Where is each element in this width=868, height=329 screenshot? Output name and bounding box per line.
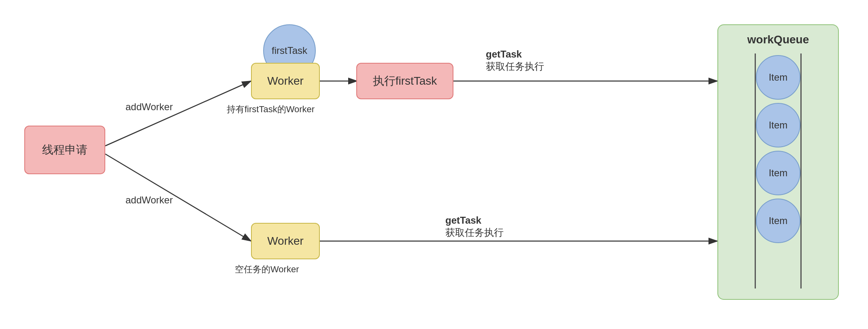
get-task-label-lower: getTask 获取任务执行 (445, 215, 504, 239)
empty-task-label: 空任务的Worker (235, 263, 299, 276)
queue-item-1: Item (756, 55, 800, 100)
vline-right (800, 53, 802, 288)
add-worker-label-lower: addWorker (126, 194, 173, 206)
diagram-container: 线程申请 addWorker addWorker firstTask Worke… (0, 0, 868, 329)
queue-item-2: Item (756, 103, 800, 147)
thread-request-box: 线程申请 (24, 126, 105, 174)
get-task-label-upper: getTask 获取任务执行 (486, 49, 544, 73)
worker2-box: Worker (251, 223, 320, 259)
work-queue-label: workQueue (747, 33, 809, 46)
queue-item-3: Item (756, 151, 800, 195)
execute-first-task-box: 执行firstTask (356, 63, 453, 99)
hold-first-task-label: 持有firstTask的Worker (227, 103, 315, 115)
work-queue-container: workQueue Item Item Item Item (717, 24, 839, 300)
worker1-box: Worker (251, 63, 320, 99)
add-worker-label-upper: addWorker (126, 101, 173, 113)
queue-item-4: Item (756, 199, 800, 243)
work-queue-items: Item Item Item Item (756, 53, 800, 245)
